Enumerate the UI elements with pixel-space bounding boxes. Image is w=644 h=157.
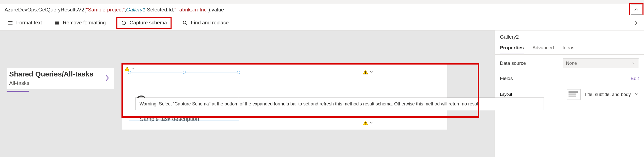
- warning-indicator-group-3[interactable]: [362, 120, 374, 126]
- data-source-value: None: [566, 61, 577, 66]
- capture-schema-label: Capture schema: [130, 20, 167, 26]
- chevron-down-icon: [632, 61, 636, 65]
- content-area: Shared Queries/All-tasks All-tasks: [0, 30, 644, 157]
- warning-icon: [362, 69, 369, 75]
- capture-schema-icon: [121, 20, 127, 26]
- formula-arg3: "Fabrikam-Inc": [174, 7, 208, 12]
- svg-rect-4: [365, 71, 366, 73]
- svg-point-0: [122, 21, 126, 25]
- chevron-down-icon[interactable]: [369, 120, 374, 126]
- layout-label: Layout: [500, 92, 512, 97]
- tab-advanced[interactable]: Advanced: [532, 45, 554, 54]
- top-ribbon-sliver: [0, 0, 644, 4]
- svg-rect-6: [365, 122, 366, 123]
- properties-panel: Gallery2 Properties Advanced Ideas Data …: [495, 30, 644, 157]
- selection-handle-ne[interactable]: [237, 71, 240, 74]
- fields-edit-link[interactable]: Edit: [631, 76, 639, 81]
- formula-arg1: "Sample-project": [86, 7, 125, 12]
- warning-tooltip-text: Warning: Select "Capture Schema" at the …: [140, 101, 481, 106]
- svg-rect-7: [365, 124, 366, 124]
- warning-tooltip: Warning: Select "Capture Schema" at the …: [135, 98, 544, 110]
- property-row-data-source: Data source None: [495, 55, 644, 72]
- toolbar-overflow-button[interactable]: [633, 20, 639, 26]
- formula-method: AzureDevOps.GetQueryResultsV2: [5, 7, 84, 12]
- data-source-label: Data source: [500, 60, 526, 66]
- canvas[interactable]: Shared Queries/All-tasks All-tasks: [0, 30, 495, 157]
- gallery-item-chevron[interactable]: [104, 74, 110, 83]
- selection-handle-n[interactable]: [183, 71, 186, 74]
- warning-indicator-group-1[interactable]: [124, 66, 135, 72]
- property-row-fields: Fields Edit: [495, 72, 644, 85]
- chevron-down-icon[interactable]: [131, 66, 135, 72]
- chevron-down-icon[interactable]: [634, 92, 639, 97]
- svg-point-1: [183, 21, 186, 24]
- tab-properties[interactable]: Properties: [500, 45, 524, 54]
- panel-control-name: Gallery2: [495, 30, 644, 41]
- chevron-down-icon[interactable]: [369, 69, 374, 75]
- capture-schema-button[interactable]: Capture schema: [116, 17, 172, 29]
- chevron-right-icon: [104, 74, 110, 82]
- search-icon: [182, 20, 188, 26]
- remove-formatting-icon: [54, 20, 60, 26]
- fields-label: Fields: [500, 76, 513, 81]
- warning-icon: [124, 66, 130, 72]
- formula-bar[interactable]: AzureDevOps.GetQueryResultsV2("Sample-pr…: [0, 4, 644, 15]
- panel-tabs: Properties Advanced Ideas: [495, 41, 644, 55]
- formula-tail: .value: [210, 7, 224, 12]
- layout-select[interactable]: Title, subtitle, and body: [567, 89, 639, 100]
- gallery-item-title: Shared Queries/All-tasks: [7, 68, 114, 78]
- warning-indicator-group-2[interactable]: [362, 69, 374, 75]
- layout-thumbnail: [567, 89, 580, 100]
- remove-formatting-button[interactable]: Remove formatting: [53, 18, 107, 27]
- format-text-button[interactable]: Format text: [6, 18, 43, 27]
- gallery-item-subtitle: All-tasks: [7, 78, 114, 89]
- selection-underline: [7, 91, 29, 92]
- formula-arg2-ident: Gallery1: [126, 7, 145, 12]
- svg-rect-3: [127, 70, 127, 71]
- chevron-right-icon: [633, 20, 639, 26]
- formula-toolbar: Format text Remove formatting Capture sc…: [0, 15, 644, 30]
- selection-box[interactable]: [129, 72, 239, 120]
- format-text-label: Format text: [16, 20, 42, 26]
- find-replace-label: Find and replace: [191, 20, 229, 26]
- remove-formatting-label: Remove formatting: [63, 20, 106, 26]
- data-source-select[interactable]: None: [563, 58, 639, 68]
- svg-rect-2: [127, 68, 127, 70]
- warning-icon: [362, 120, 369, 126]
- find-replace-button[interactable]: Find and replace: [181, 18, 230, 27]
- layout-value: Title, subtitle, and body: [584, 92, 631, 97]
- expand-formula-bar-button[interactable]: [631, 5, 642, 15]
- format-text-icon: [8, 20, 13, 26]
- formula-text[interactable]: AzureDevOps.GetQueryResultsV2("Sample-pr…: [5, 7, 224, 13]
- gallery-item-shared-queries[interactable]: Shared Queries/All-tasks All-tasks: [7, 68, 114, 89]
- chevron-up-icon: [634, 7, 639, 12]
- tab-ideas[interactable]: Ideas: [563, 45, 574, 54]
- svg-rect-5: [365, 73, 366, 74]
- formula-arg2-suffix: .Selected.Id: [145, 7, 173, 12]
